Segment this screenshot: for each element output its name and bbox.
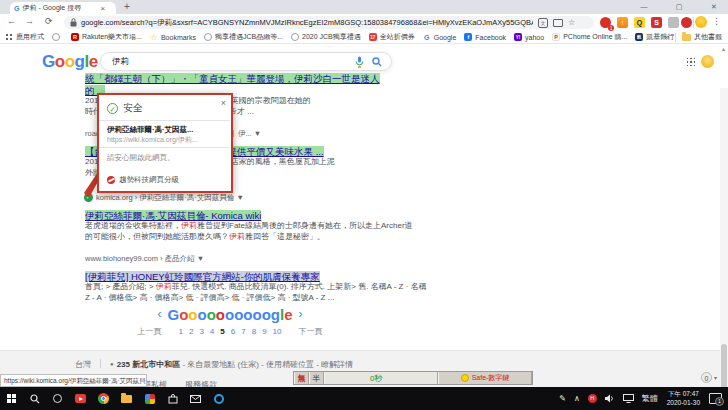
bookmark-bookmarks[interactable]: ☆ Bookmarks [150,33,196,41]
snippet-text: 雅曾提到Fate線結局後的士郎身邊有她在，所以走上Archer道 [197,221,413,230]
pagination-letter[interactable]: o [234,306,243,323]
page-number[interactable]: 2 [189,327,193,336]
next-page-chevron[interactable]: › [299,307,303,321]
mail-taskbar-button[interactable] [184,387,207,410]
pagination-letter[interactable]: o [197,306,206,323]
result-breadcrumb[interactable]: www.biohoney99.com › 產品介紹 ▼ [85,254,204,264]
page-number[interactable]: 10 [273,327,282,336]
page-number[interactable]: 3 [199,327,203,336]
volume-tray-icon[interactable] [605,394,615,403]
photos-taskbar-button[interactable] [138,387,161,410]
browser-tab[interactable]: G 伊莉 - Google 搜尋 × [10,2,116,14]
extension-s-icon[interactable]: S [651,17,662,28]
result-title[interactable]: 統「都鐸王朝（下）」・「童貞女王」華麗登場，伊莉沙白一世是迷人 [85,68,380,86]
bookmark-globe[interactable] [52,33,63,41]
trendmicro-rating-popup: ✓ 安全 × 伊莉亞絲菲爾·馮·艾因茲... https://wiki.komi… [97,93,233,193]
clock-date: 2020-01-30 [667,399,700,406]
hidden-icons-chevron[interactable]: ∧ [574,394,580,403]
taskbar-search-button[interactable] [23,387,46,410]
google-apps-grid-icon[interactable] [686,57,696,67]
browser-menu-icon[interactable]: ⋮ [712,16,721,26]
extension-q-icon[interactable]: Q [634,17,645,28]
search-icon[interactable] [372,57,382,67]
popup-brand-label: 趨勢科技網頁分級 [119,175,179,185]
bookmark-google[interactable]: G Google [423,33,457,41]
taskbar-clock[interactable]: 下午 07:472020-01-30 [667,390,700,408]
page-number[interactable]: 4 [210,327,214,336]
tab-close-icon[interactable]: × [100,4,105,13]
close-window-button[interactable]: ✕ [702,0,726,14]
cortana-button[interactable] [46,387,69,410]
next-page-link[interactable]: 下一頁 [298,327,322,336]
bookmark-label: Facebook [475,34,506,41]
pagination-letter[interactable]: o [262,306,271,323]
pagination-letter[interactable]: o [253,306,262,323]
mic-icon[interactable] [355,56,364,68]
bookmarks-overflow-icon[interactable]: » [665,33,669,42]
popup-site-title[interactable]: 伊莉亞絲菲爾·馮·艾因茲... [107,125,193,135]
pen-tray-icon[interactable]: ✎ [559,394,566,403]
page-number[interactable]: 7 [241,327,245,336]
star-icon: ☆ [150,33,158,41]
ime-mode-cell[interactable]: 無 [294,372,309,384]
new-tab-button[interactable]: + [124,1,130,12]
browser-window: G 伊莉 - Google 搜尋 × + — ▢ ✕ ← → ⟳ google.… [0,0,728,410]
other-bookmarks[interactable]: 其他書籤 [694,32,722,42]
bookmark-facebook[interactable]: f Facebook [464,33,506,41]
page-number[interactable]: 1 [179,327,183,336]
page-number[interactable]: 6 [231,327,235,336]
pagination-letter[interactable]: o [179,306,188,323]
pagination-letter[interactable]: o [207,306,216,323]
forward-icon[interactable]: → [25,16,34,26]
address-bar[interactable]: google.com/search?q=伊莉&sxsrf=ACYBGNSYNZm… [64,16,594,29]
bookmark-yahoo[interactable]: Y! yahoo [514,33,544,41]
extension-uploader-icon[interactable]: ↑ [617,17,628,28]
pagination-numbers: 上一頁12345678910下一頁 [0,326,460,337]
network-tray-icon[interactable] [623,394,634,403]
hinet-tray-icon[interactable]: H [588,394,597,403]
bookmark-coupon[interactable]: 17 全站折價券 [369,32,415,42]
minimize-button[interactable]: — [632,0,656,14]
maximize-button[interactable]: ▢ [667,0,691,14]
scroll-up-icon[interactable]: ▲ [721,46,726,52]
file-explorer-button[interactable] [115,387,138,410]
bookmark-rakuten[interactable]: R Rakuten樂天市場... [71,32,142,42]
action-center-button[interactable]: 1 [709,393,722,404]
page-number[interactable]: 9 [262,327,266,336]
extension-gray-icon[interactable] [668,17,679,28]
blue-app-button[interactable] [207,387,230,410]
pagination-letter[interactable]: o [243,306,252,323]
pagination-letter[interactable]: o [225,306,234,323]
bookmark-jcb1[interactable]: 獨享禮遇JCB晶緻等... [204,32,283,42]
footer-location-detail[interactable]: - 來自最愛地點 (住家) - 使用精確位置 - 瞭解詳情 [180,360,353,369]
bookmark-jcb2[interactable]: 2020 JCB獨享禮遇 [291,32,361,42]
prev-page-link[interactable]: 上一頁 [138,327,162,336]
profile-avatar[interactable] [695,16,707,28]
caret-down-icon[interactable]: ▾ [714,374,717,381]
back-icon[interactable]: ← [7,16,16,26]
popup-close-icon[interactable]: × [221,98,226,108]
page-number[interactable]: 8 [252,327,256,336]
bookmark-star-icon[interactable]: ☆ [568,18,575,27]
send-to-devices-icon[interactable] [553,19,563,27]
ime-shape-cell[interactable]: 半 [309,372,324,384]
youtube-taskbar-button[interactable] [69,387,92,410]
account-avatar[interactable] [701,55,714,68]
ime-lesson-cell[interactable]: Safe-數字鍵 [438,372,532,384]
bookmark-pchome[interactable]: P PChome Online 購... [552,32,627,42]
apps-shortcut[interactable]: 應用程式 [5,32,44,42]
ime-status-bar[interactable]: 無 半 0秒 Safe-數字鍵 [293,371,533,385]
prev-page-chevron[interactable]: ‹ [157,307,161,321]
store-taskbar-button[interactable] [161,387,184,410]
reload-icon[interactable]: ⟳ [45,16,53,26]
result-breadcrumb[interactable]: komica.org › 伊莉亞絲菲爾·馮·艾因茲貝倫 ▼ [96,193,244,203]
extension-trendmicro-icon[interactable] [681,17,692,28]
chrome-taskbar-button[interactable] [92,387,115,410]
hinet-icon: H [588,394,597,403]
counter-widget[interactable]: 0 ▾ [701,372,717,383]
start-button[interactable] [0,387,23,410]
result-snippet: 的可能很小，但被問到她能活那麼久嗎？伊莉雅回答「這是秘密」。 [85,231,325,242]
ime-language-indicator[interactable]: 繁體 [642,393,658,404]
translate-icon[interactable]: 文 [538,18,548,28]
extension-shopback-icon[interactable]: 1 [600,17,611,28]
